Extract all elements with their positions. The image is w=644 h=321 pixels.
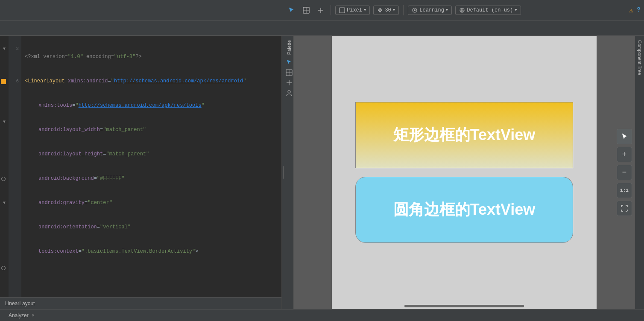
locale-dropdown-arrow: ▼ xyxy=(515,8,517,12)
palette-blueprint-icon[interactable] xyxy=(285,68,293,77)
gutter-row-15 xyxy=(0,150,9,158)
component-label: LinearLayout xyxy=(5,301,35,306)
code-line-tv1-open: <TextView xyxy=(25,296,281,297)
gutter-row-6 xyxy=(0,77,9,85)
gutter-row-19 xyxy=(0,183,9,191)
toolbar-divider-1 xyxy=(331,5,331,15)
locale-dropdown[interactable]: Default (en-us) ▼ xyxy=(455,6,521,15)
design-canvas: 矩形边框的TextView 圆角边框的TextView xyxy=(294,36,635,309)
gutter-row-20 xyxy=(0,191,9,199)
analyzer-tab[interactable]: Analyzer × xyxy=(5,312,38,319)
gutter-row-18 xyxy=(0,175,9,183)
textview-radius-label: 圆角边框的TextView xyxy=(393,199,536,220)
pixel-dropdown[interactable]: Pixel ▼ xyxy=(335,6,370,15)
code-line-lw: android:layout_width="match_parent" xyxy=(25,126,281,134)
svg-point-7 xyxy=(381,9,382,11)
fullscreen-button[interactable] xyxy=(617,201,632,216)
arrow-mode-button[interactable] xyxy=(314,4,327,17)
gutter-row-21: ▼ xyxy=(0,199,9,207)
density-dropdown[interactable]: 30 ▼ xyxy=(373,6,399,15)
zoom-in-button[interactable]: + xyxy=(617,147,632,162)
gutter-row-27 xyxy=(0,248,9,256)
status-bar: Analyzer × xyxy=(0,309,644,321)
component-label-bar: LinearLayout xyxy=(0,297,281,309)
palette-sidebar: Palette xyxy=(284,36,294,309)
blueprint-mode-button[interactable] xyxy=(300,4,313,17)
canvas-device-frame: 矩形边框的TextView 圆角边框的TextView xyxy=(332,36,597,309)
analyzer-close-icon[interactable]: × xyxy=(32,312,35,318)
density-dropdown-arrow: ▼ xyxy=(393,8,395,12)
code-line-grav: android:gravity="center" xyxy=(25,199,281,207)
code-editor: ▼ ▼ xyxy=(0,36,282,309)
pixel-dropdown-arrow: ▼ xyxy=(364,8,366,12)
gutter-row-17 xyxy=(0,166,9,175)
gutter-row-3 xyxy=(0,53,9,61)
gutter-row-12 xyxy=(0,126,9,134)
learning-label: Learning xyxy=(419,7,444,13)
gutter-row-29 xyxy=(0,264,9,272)
palette-icons xyxy=(285,58,293,97)
code-lines[interactable]: <?xml version="1.0" encoding="utf-8"?> <… xyxy=(21,36,281,297)
design-panel: Palette xyxy=(284,36,644,309)
zoom-out-button[interactable]: − xyxy=(617,165,632,180)
scrollbar-horizontal[interactable] xyxy=(404,305,524,307)
gutter-row-25 xyxy=(0,231,9,239)
gutter-row-7 xyxy=(0,85,9,93)
svg-point-8 xyxy=(379,8,381,10)
design-mode-button[interactable] xyxy=(285,4,298,17)
breakpoint-29[interactable] xyxy=(1,266,6,270)
gutter-row-31 xyxy=(0,280,9,288)
info-icon[interactable]: ? xyxy=(637,6,641,14)
gutter-row-11: ▼ xyxy=(0,118,9,126)
gutter-row-22 xyxy=(0,207,9,215)
gutter-row-10 xyxy=(0,110,9,118)
palette-arrow-icon[interactable] xyxy=(285,79,293,87)
svg-point-20 xyxy=(288,90,290,93)
learning-dropdown[interactable]: Learning ▼ xyxy=(408,6,452,15)
svg-point-9 xyxy=(379,11,381,12)
textview-rect-preview[interactable]: 矩形边框的TextView xyxy=(355,102,573,168)
svg-point-11 xyxy=(414,9,416,11)
float-actions: + − 1:1 xyxy=(617,129,632,216)
gutter-row-2: ▼ xyxy=(0,45,9,53)
component-tree-label[interactable]: Component Tree xyxy=(637,40,642,75)
gutter-row-14 xyxy=(0,142,9,150)
main-area: ▼ ▼ xyxy=(0,36,644,309)
gutter-row-32 xyxy=(0,288,9,296)
code-line-tools: xmlns:tools="http://schemas.android.com/… xyxy=(25,102,281,110)
gutter-row-24 xyxy=(0,223,9,231)
code-line-empty1 xyxy=(25,272,281,280)
gutter-row-28 xyxy=(0,256,9,264)
gutter-row-23 xyxy=(0,215,9,223)
palette-person-icon[interactable] xyxy=(285,89,293,97)
fold-arrow-textview1[interactable]: ▼ xyxy=(3,118,6,126)
gutter-row-26 xyxy=(0,239,9,248)
gutter-row-4 xyxy=(0,61,9,69)
palette-label[interactable]: Palette xyxy=(287,40,292,55)
learning-dropdown-arrow: ▼ xyxy=(446,8,448,12)
code-line-xml-decl: <?xml version="1.0" encoding="utf-8"?> xyxy=(25,53,281,61)
fold-arrow-textview2[interactable]: ▼ xyxy=(3,199,6,207)
textview-radius-preview[interactable]: 圆角边框的TextView xyxy=(355,177,573,243)
warning-icon[interactable]: ⚠ xyxy=(629,6,633,15)
color-swatch-white[interactable] xyxy=(1,79,6,84)
toolbar-divider-2 xyxy=(403,5,404,15)
code-line-context: tools:context=".basicItems.TextView.Bord… xyxy=(25,248,281,256)
svg-point-6 xyxy=(378,9,380,11)
code-line-bg: android:background="#FFFFFF" xyxy=(25,175,281,183)
fold-arrow-linear[interactable]: ▼ xyxy=(3,45,6,53)
code-line-lh: android:layout_height="match_parent" xyxy=(25,150,281,158)
line-numbers: 2 6 xyxy=(9,36,21,297)
textview-rect-label: 矩形边框的TextView xyxy=(393,125,536,146)
second-toolbar xyxy=(0,20,644,36)
code-line-orient: android:orientation="vertical" xyxy=(25,223,281,231)
gutter-row-13 xyxy=(0,134,9,142)
palette-cursor-icon[interactable] xyxy=(285,58,293,67)
gutter-row-8 xyxy=(0,93,9,102)
pointer-tool-button[interactable] xyxy=(617,129,632,144)
top-toolbar: Pixel ▼ 30 ▼ Learning ▼ xyxy=(0,0,644,20)
fit-screen-button[interactable]: 1:1 xyxy=(617,183,632,198)
gutter-row-9 xyxy=(0,102,9,110)
breakpoint-18[interactable] xyxy=(1,177,6,181)
component-tree-sidebar: Component Tree xyxy=(635,36,644,309)
